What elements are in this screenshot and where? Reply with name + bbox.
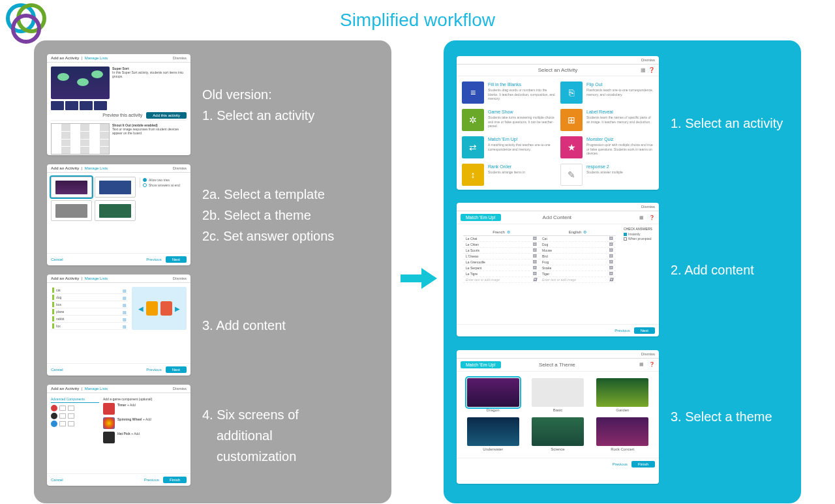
old-screenshot-2: Add an Activity | Manage Lists Dismiss — [47, 164, 190, 265]
old-version-panel: Add an Activity | Manage Lists Dismiss S… — [34, 40, 391, 503]
grid-icon: ▦ — [639, 215, 644, 220]
old-screenshot-3: Add an Activity | Manage Lists Dismiss c… — [47, 274, 190, 376]
new-step-3-text: 3. Select a theme — [671, 406, 772, 427]
new-step-2-text: 2. Add content — [671, 259, 754, 280]
old-step-4-text: 4. Six screens of additional customizati… — [202, 404, 299, 467]
arrow-icon — [399, 265, 438, 291]
old-step-2-text: 2a. Select a template 2b. Select a theme… — [202, 184, 334, 246]
old-step-3-text: 3. Add content — [202, 315, 286, 336]
new-screenshot-1: Dismiss Select an Activity ▦❓ ≡Fill in t… — [457, 56, 659, 190]
help-icon: ❓ — [649, 362, 655, 367]
new-version-panel: Dismiss Select an Activity ▦❓ ≡Fill in t… — [444, 40, 801, 503]
new-screenshot-2: Dismiss Match 'Em Up! Add Content ▦ ❓ Fr… — [457, 203, 659, 336]
old-screenshot-4: Add an Activity | Manage Lists Dismiss A… — [47, 385, 190, 486]
new-step-1-text: 1. Select an activity — [671, 113, 783, 134]
old-screenshot-1: Add an Activity | Manage Lists Dismiss S… — [47, 54, 190, 155]
old-step-1-text: Old version: 1. Select an activity — [202, 84, 314, 126]
grid-icon: ▦ — [639, 362, 644, 367]
help-icon: ❓ — [649, 215, 655, 220]
grid-icon: ▦ — [641, 67, 646, 73]
help-icon: ❓ — [648, 67, 655, 73]
page-title: Simplified workflow — [0, 0, 835, 40]
new-screenshot-3: Dismiss Match 'Em Up! Select a Theme ▦ ❓… — [457, 350, 659, 484]
